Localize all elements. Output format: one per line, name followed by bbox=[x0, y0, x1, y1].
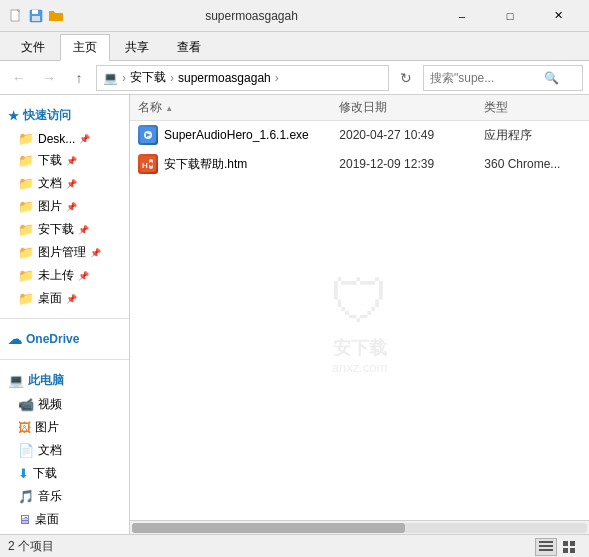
sidebar-item-label: 文档 bbox=[38, 175, 62, 192]
watermark: 🛡 安下载 anxz.com bbox=[330, 267, 390, 375]
sidebar-item-desktop[interactable]: 📁 桌面 📌 bbox=[0, 287, 129, 310]
horizontal-scrollbar[interactable] bbox=[130, 520, 589, 534]
minimize-button[interactable]: – bbox=[439, 0, 485, 32]
sidebar-item-docs[interactable]: 📁 文档 📌 bbox=[0, 172, 129, 195]
breadcrumb-part-2[interactable]: supermoasgagah bbox=[178, 71, 271, 85]
breadcrumb-home-icon: 💻 bbox=[103, 71, 118, 85]
details-view-button[interactable] bbox=[535, 538, 557, 556]
ribbon-tabs: 文件 主页 共享 查看 bbox=[0, 32, 589, 60]
table-row[interactable]: H 安下载帮助.htm 2019-12-09 12:39 360 Chrome.… bbox=[130, 150, 589, 179]
folder-icon: 📁 bbox=[18, 131, 34, 146]
column-date[interactable]: 修改日期 bbox=[331, 99, 484, 116]
maximize-button[interactable]: □ bbox=[487, 0, 533, 32]
folder-icon: 📁 bbox=[18, 268, 34, 283]
sidebar-item-desk[interactable]: 📁 Desk... 📌 bbox=[0, 128, 129, 149]
sidebar-item-download[interactable]: 📁 下载 📌 bbox=[0, 149, 129, 172]
forward-button[interactable]: → bbox=[36, 65, 62, 91]
sidebar-item-label: 音乐 bbox=[38, 488, 62, 505]
onedrive-label: OneDrive bbox=[26, 332, 79, 346]
close-button[interactable]: ✕ bbox=[535, 0, 581, 32]
scrollbar-track[interactable] bbox=[132, 523, 587, 533]
up-button[interactable]: ↑ bbox=[66, 65, 92, 91]
sidebar-item-label: 下载 bbox=[38, 152, 62, 169]
breadcrumb[interactable]: 💻 › 安下载 › supermoasgagah › bbox=[96, 65, 389, 91]
column-date-label: 修改日期 bbox=[339, 100, 387, 114]
sidebar-item-downloads[interactable]: ⬇ 下载 bbox=[0, 462, 129, 485]
save-icon bbox=[28, 8, 44, 24]
pin-icon: 📌 bbox=[66, 179, 77, 189]
table-row[interactable]: SuperAudioHero_1.6.1.exe 2020-04-27 10:4… bbox=[130, 121, 589, 150]
tab-home[interactable]: 主页 bbox=[60, 34, 110, 61]
computer-icon: 💻 bbox=[8, 373, 24, 388]
sidebar-item-picture-mgr[interactable]: 📁 图片管理 📌 bbox=[0, 241, 129, 264]
column-type[interactable]: 类型 bbox=[484, 99, 581, 116]
search-box[interactable]: 🔍 bbox=[423, 65, 583, 91]
tab-view[interactable]: 查看 bbox=[164, 34, 214, 60]
folder-icon bbox=[48, 8, 64, 24]
sidebar-item-unuploaded[interactable]: 📁 未上传 📌 bbox=[0, 264, 129, 287]
sidebar-section-onedrive: ☁ OneDrive bbox=[0, 323, 129, 355]
large-icons-view-button[interactable] bbox=[559, 538, 581, 556]
file-name: SuperAudioHero_1.6.1.exe bbox=[164, 128, 309, 142]
folder-icon: 📁 bbox=[18, 245, 34, 260]
svg-rect-17 bbox=[563, 548, 568, 553]
scrollbar-thumb[interactable] bbox=[132, 523, 405, 533]
column-name[interactable]: 名称 ▲ bbox=[138, 99, 331, 116]
svg-rect-14 bbox=[539, 549, 553, 551]
sidebar-item-label: 安下载 bbox=[38, 221, 74, 238]
pin-icon: 📌 bbox=[90, 248, 101, 258]
title-bar-icons bbox=[8, 8, 64, 24]
sidebar-divider bbox=[0, 318, 129, 319]
sidebar-section-this-pc: 💻 此电脑 📹 视频 🖼 图片 📄 文档 ⬇ 下载 🎵 音乐 bbox=[0, 364, 129, 534]
sidebar-item-pictures[interactable]: 📁 图片 📌 bbox=[0, 195, 129, 218]
music-folder-icon: 🎵 bbox=[18, 489, 34, 504]
tab-share[interactable]: 共享 bbox=[112, 34, 162, 60]
sidebar-item-photos[interactable]: 🖼 图片 bbox=[0, 416, 129, 439]
address-bar: ← → ↑ 💻 › 安下载 › supermoasgagah › ↻ 🔍 bbox=[0, 61, 589, 95]
folder-icon: 📁 bbox=[18, 291, 34, 306]
search-icon: 🔍 bbox=[544, 71, 559, 85]
status-item-count: 2 个项目 bbox=[8, 538, 54, 555]
file-date-cell: 2020-04-27 10:49 bbox=[331, 128, 484, 142]
sidebar-section-quick-access: ★ 快速访问 📁 Desk... 📌 📁 下载 📌 📁 文档 📌 📁 图片 bbox=[0, 99, 129, 314]
sidebar-item-label: 视频 bbox=[38, 396, 62, 413]
this-pc-label: 此电脑 bbox=[28, 372, 64, 389]
refresh-button[interactable]: ↻ bbox=[393, 65, 419, 91]
file-name: 安下载帮助.htm bbox=[164, 156, 247, 173]
sidebar-item-music[interactable]: 🎵 音乐 bbox=[0, 485, 129, 508]
file-name-cell: SuperAudioHero_1.6.1.exe bbox=[138, 125, 331, 145]
search-input[interactable] bbox=[430, 71, 540, 85]
pin-icon: 📌 bbox=[78, 225, 89, 235]
svg-rect-0 bbox=[11, 10, 19, 21]
sidebar-item-desktop-pc[interactable]: 🖥 桌面 bbox=[0, 508, 129, 531]
file-type-cell: 应用程序 bbox=[484, 127, 581, 144]
breadcrumb-part-1[interactable]: 安下载 bbox=[130, 69, 166, 86]
sidebar-header-this-pc[interactable]: 💻 此电脑 bbox=[0, 368, 129, 393]
back-button[interactable]: ← bbox=[6, 65, 32, 91]
title-bar: supermoasgagah – □ ✕ bbox=[0, 0, 589, 32]
sidebar-item-label: 桌面 bbox=[35, 511, 59, 528]
sidebar-item-label: 桌面 bbox=[38, 290, 62, 307]
sidebar-item-label: 未上传 bbox=[38, 267, 74, 284]
pin-icon: 📌 bbox=[66, 156, 77, 166]
sidebar-header-onedrive[interactable]: ☁ OneDrive bbox=[0, 327, 129, 351]
download-folder-icon: ⬇ bbox=[18, 466, 29, 481]
main-layout: ★ 快速访问 📁 Desk... 📌 📁 下载 📌 📁 文档 📌 📁 图片 bbox=[0, 95, 589, 534]
sidebar-item-videos[interactable]: 📹 视频 bbox=[0, 393, 129, 416]
sidebar-item-label: 图片 bbox=[35, 419, 59, 436]
star-icon: ★ bbox=[8, 109, 19, 123]
folder-icon: 📁 bbox=[18, 222, 34, 237]
sidebar-item-documents[interactable]: 📄 文档 bbox=[0, 439, 129, 462]
file-items-container: 🛡 安下载 anxz.com SuperAudioHero_1.6.1.exe bbox=[130, 121, 589, 520]
sidebar-divider-2 bbox=[0, 359, 129, 360]
file-name-cell: H 安下载帮助.htm bbox=[138, 154, 331, 174]
sidebar-item-anxiazai[interactable]: 📁 安下载 📌 bbox=[0, 218, 129, 241]
view-buttons bbox=[535, 538, 581, 556]
file-list-header: 名称 ▲ 修改日期 类型 bbox=[130, 95, 589, 121]
exe-icon bbox=[138, 125, 158, 145]
tab-file[interactable]: 文件 bbox=[8, 34, 58, 60]
picture-folder-icon: 🖼 bbox=[18, 420, 31, 435]
desktop-folder-icon: 🖥 bbox=[18, 512, 31, 527]
blank-doc-icon bbox=[8, 8, 24, 24]
sidebar-header-quick-access[interactable]: ★ 快速访问 bbox=[0, 103, 129, 128]
